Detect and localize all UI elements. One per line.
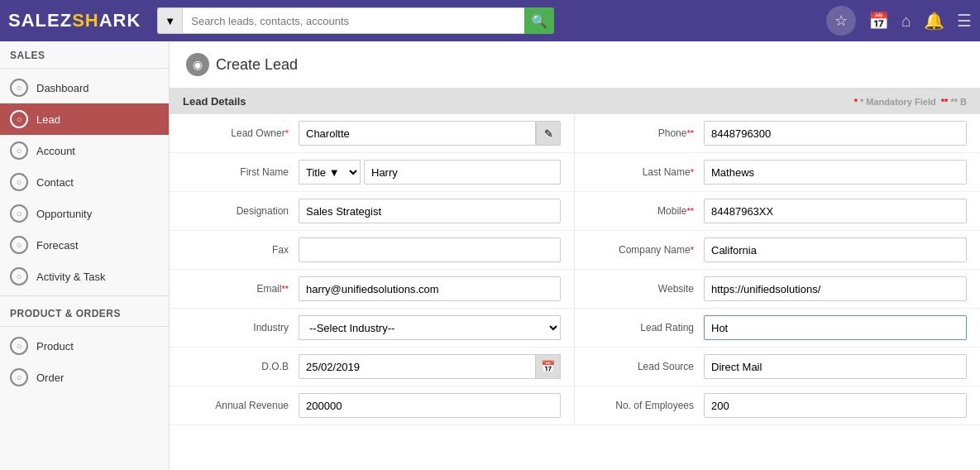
dob-label: D.O.B <box>183 361 299 372</box>
menu-icon[interactable]: ☰ <box>957 11 972 31</box>
industry-row: Industry --Select Industry-- <box>170 309 574 348</box>
email-row: Email** <box>170 270 574 309</box>
num-employees-label: No. of Employees <box>588 400 704 411</box>
company-name-label: Company Name* <box>588 244 704 256</box>
product-icon: ○ <box>10 337 28 355</box>
lead-owner-row: Lead Owner* ✎ <box>170 114 574 153</box>
search-button[interactable]: 🔍 <box>524 7 554 34</box>
fax-row: Fax <box>170 231 574 270</box>
sidebar-label-dashboard: Dashboard <box>36 82 89 94</box>
lead-owner-label: Lead Owner* <box>183 127 299 139</box>
email-label: Email** <box>183 283 299 295</box>
account-icon: ○ <box>10 141 28 160</box>
lead-rating-label: Lead Rating <box>588 322 704 333</box>
last-name-input[interactable] <box>704 160 967 185</box>
calendar-icon[interactable]: 📅 <box>868 11 889 31</box>
sidebar-item-contact[interactable]: ○ Contact <box>0 166 169 198</box>
page-icon: ◉ <box>186 53 209 76</box>
title-select[interactable]: Title ▼ Mr. Ms. Mrs. Dr. <box>299 160 361 185</box>
form-right: Phone** Last Name* Mobile* <box>575 114 980 425</box>
sidebar-label-order: Order <box>36 372 64 384</box>
phone-label: Phone** <box>588 127 704 139</box>
forecast-icon: ○ <box>10 236 28 254</box>
home-icon[interactable]: ⌂ <box>901 12 911 31</box>
company-name-input[interactable] <box>704 237 967 262</box>
email-input[interactable] <box>299 276 561 301</box>
sidebar: Sales ○ Dashboard ○ Lead ○ Account ○ Con… <box>0 41 170 470</box>
sidebar-item-opportunity[interactable]: ○ Opportunity <box>0 198 169 229</box>
first-name-row: First Name Title ▼ Mr. Ms. Mrs. Dr. <box>170 153 574 192</box>
sidebar-label-contact: Contact <box>36 176 74 189</box>
dashboard-icon: ○ <box>10 79 28 97</box>
lead-source-input[interactable] <box>704 354 967 379</box>
annual-revenue-row: Annual Revenue <box>170 386 574 425</box>
lead-owner-input[interactable] <box>299 121 536 146</box>
lead-rating-input[interactable] <box>704 315 967 340</box>
sidebar-item-order[interactable]: ○ Order <box>0 362 169 393</box>
sidebar-product-title: Product & Orders <box>0 300 169 323</box>
sidebar-item-activity-task[interactable]: ○ Activity & Task <box>0 261 169 292</box>
sidebar-item-dashboard[interactable]: ○ Dashboard <box>0 72 169 103</box>
calendar-button[interactable]: 📅 <box>536 354 561 379</box>
mobile-row: Mobile** <box>575 192 980 231</box>
industry-select[interactable]: --Select Industry-- <box>299 315 561 340</box>
order-icon: ○ <box>10 368 28 386</box>
sidebar-sales-title: Sales <box>0 41 169 65</box>
mobile-input[interactable] <box>704 199 967 223</box>
sidebar-item-account[interactable]: ○ Account <box>0 135 169 166</box>
search-type-dropdown[interactable]: ▼ <box>157 7 182 34</box>
lead-source-row: Lead Source <box>575 348 980 386</box>
phone-input[interactable] <box>704 121 967 146</box>
section-header: Lead Details * * Mandatory Field ** ** B <box>170 89 980 114</box>
page-title: Create Lead <box>216 56 298 74</box>
sidebar-label-product: Product <box>36 340 74 352</box>
header-icons: ☆ 📅 ⌂ 🔔 ☰ <box>826 6 972 36</box>
dob-row: D.O.B 📅 <box>170 348 574 386</box>
company-name-row: Company Name* <box>575 231 980 270</box>
main-content: ◉ Create Lead Lead Details * * Mandatory… <box>170 41 980 470</box>
fax-label: Fax <box>183 244 299 256</box>
last-name-label: Last Name* <box>588 166 704 178</box>
opportunity-icon: ○ <box>10 204 28 223</box>
page-title-bar: ◉ Create Lead <box>170 41 980 89</box>
logo: SALEZSHARK <box>8 10 141 31</box>
first-name-label: First Name <box>183 166 299 178</box>
mandatory-note: * * Mandatory Field ** ** B <box>854 97 967 107</box>
activity-task-icon: ○ <box>10 267 28 285</box>
industry-label: Industry <box>183 322 299 333</box>
lead-owner-input-wrap: ✎ <box>299 121 561 146</box>
form-section: Lead Details * * Mandatory Field ** ** B… <box>170 89 980 425</box>
num-employees-input[interactable] <box>704 393 967 418</box>
designation-row: Designation <box>170 192 574 231</box>
designation-input[interactable] <box>299 199 561 223</box>
fax-input[interactable] <box>299 237 561 262</box>
lead-icon: ○ <box>10 110 28 128</box>
annual-revenue-input[interactable] <box>299 393 561 418</box>
header: SALEZSHARK ▼ 🔍 ☆ 📅 ⌂ 🔔 ☰ <box>0 0 980 41</box>
sidebar-item-forecast[interactable]: ○ Forecast <box>0 229 169 261</box>
sidebar-item-product[interactable]: ○ Product <box>0 330 169 362</box>
lead-source-label: Lead Source <box>588 361 704 372</box>
sidebar-item-lead[interactable]: ○ Lead <box>0 103 169 135</box>
annual-revenue-label: Annual Revenue <box>183 400 299 411</box>
num-employees-row: No. of Employees <box>575 386 980 425</box>
sidebar-label-activity-task: Activity & Task <box>36 271 106 283</box>
first-name-input[interactable] <box>364 160 561 185</box>
mobile-label: Mobile** <box>588 205 704 217</box>
sidebar-label-opportunity: Opportunity <box>36 208 92 220</box>
user-avatar[interactable]: ☆ <box>826 6 856 36</box>
search-input[interactable] <box>182 7 524 34</box>
last-name-row: Last Name* <box>575 153 980 192</box>
website-label: Website <box>588 283 704 295</box>
lead-owner-edit-button[interactable]: ✎ <box>536 121 561 146</box>
website-input[interactable] <box>704 276 967 301</box>
website-row: Website <box>575 270 980 309</box>
dob-input[interactable] <box>299 354 536 379</box>
form-grid: Lead Owner* ✎ First Name Title ▼ <box>170 114 980 425</box>
form-left: Lead Owner* ✎ First Name Title ▼ <box>170 114 575 425</box>
sidebar-label-forecast: Forecast <box>36 239 79 252</box>
designation-label: Designation <box>183 205 299 217</box>
bell-icon[interactable]: 🔔 <box>924 11 944 31</box>
section-title: Lead Details <box>183 95 246 108</box>
first-name-input-wrap: Title ▼ Mr. Ms. Mrs. Dr. <box>299 160 561 185</box>
